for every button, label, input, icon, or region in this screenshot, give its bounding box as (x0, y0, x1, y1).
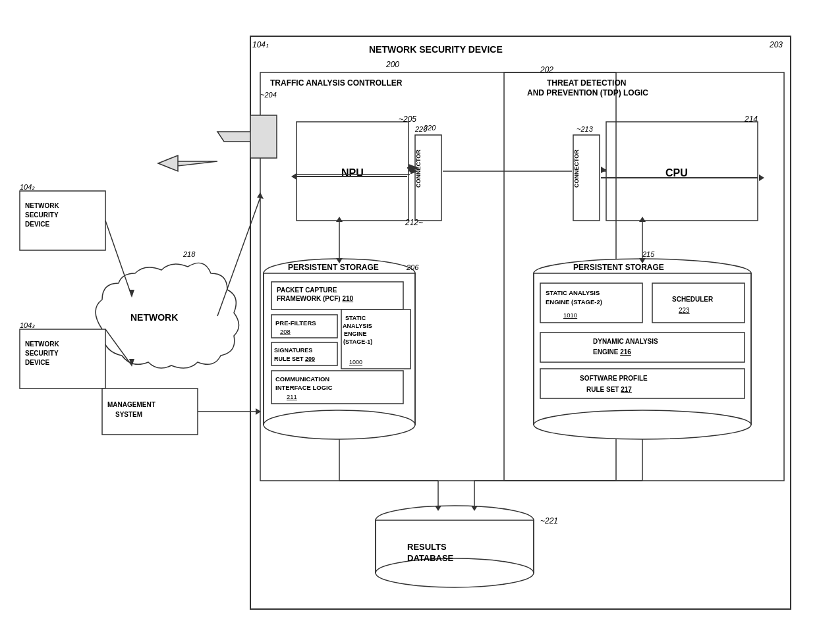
pre-filters-label-2: 208 (280, 328, 291, 335)
connector-right-label: CONNECTOR (573, 149, 580, 188)
persistent-storage-right-label: PERSISTENT STORAGE (573, 263, 664, 272)
ref-221: ~221 (540, 516, 558, 525)
nsd2-label-2: SECURITY (25, 211, 59, 219)
cil-label-2: INTERFACE LOGIC (275, 384, 333, 391)
sae1-ref: 1000 (349, 359, 362, 365)
cil-ref: 211 (287, 393, 297, 400)
results-db-bottom (376, 558, 534, 587)
ref-202: 202 (540, 65, 553, 74)
scheduler-ref: 223 (679, 307, 690, 314)
mgmt-label-2: SYSTEM (115, 411, 142, 418)
network-label: NETWORK (130, 312, 178, 323)
ref-215: 215 (642, 250, 655, 258)
sae1-label-2: ANALYSIS (343, 323, 372, 329)
results-db-label-2: DATABASE (407, 553, 454, 563)
cil-label-1: COMMUNICATION (275, 375, 329, 383)
diagram-container: NETWORK SECURITY DEVICE 104₁ 200 TRAFFIC… (0, 0, 817, 644)
ref-204: ~204 (260, 91, 277, 99)
ref-203: 203 (769, 40, 783, 49)
conn-cpu-arrow (601, 167, 606, 173)
threat-detection-label-2: AND PREVENTION (TDP) LOGIC (527, 88, 648, 97)
ref-220a: 220 (423, 124, 436, 132)
sae2-ref: 1010 (563, 311, 577, 319)
sig-ruleset-label-2: RULE SET 209 (274, 356, 315, 362)
sae1-label-3: ENGINE (344, 331, 367, 337)
sig-ruleset-label-1: SIGNATURES (274, 347, 312, 354)
ref-206: 206 (406, 263, 419, 271)
nsd2-label-3: DEVICE (25, 221, 50, 228)
nsd2-label-1: NETWORK (25, 202, 59, 209)
npu-storage-arrow-up (336, 217, 343, 222)
cpu-label: CPU (665, 167, 688, 178)
pre-filters-label-1: PRE-FILTERS (275, 319, 316, 327)
sprs-label-2: RULE SET 217 (586, 386, 632, 393)
ref-214: 214 (744, 115, 758, 124)
persistent-storage-left-label: PERSISTENT STORAGE (288, 263, 379, 272)
dae-box (540, 333, 745, 362)
storage-right-bottom (534, 410, 751, 439)
storage-left-bottom (264, 410, 415, 439)
ref-104-1: 104₁ (252, 40, 269, 49)
big-arrow-right (217, 115, 277, 158)
ref-104-3: 104₃ (20, 321, 35, 329)
traffic-analysis-label: TRAFFIC ANALYSIS CONTROLLER (270, 78, 403, 88)
ref-205: ~205 (399, 115, 416, 124)
sprs-box (540, 369, 745, 398)
ref-218: 218 (183, 250, 196, 258)
ref-213: ~213 (577, 125, 594, 133)
scheduler-box (652, 283, 745, 323)
main-svg: NETWORK SECURITY DEVICE 104₁ 200 TRAFFIC… (0, 0, 817, 644)
scheduler-label: SCHEDULER (672, 296, 714, 303)
mgmt-label-1: MANAGEMENT (107, 401, 155, 408)
big-arrow-left (158, 155, 217, 171)
sae2-label-1: STATIC ANALYSIS (546, 289, 600, 296)
cpu-conn-arrow (759, 174, 764, 181)
pcf-label-2: FRAMEWORK (PCF) 210 (277, 295, 354, 302)
dae-label-1: DYNAMIC ANALYSIS (593, 338, 658, 345)
nsd3-label-1: NETWORK (25, 340, 59, 348)
ref-212: 212~ (405, 218, 423, 227)
nsd3-label-2: SECURITY (25, 350, 59, 357)
nsd3-label-3: DEVICE (25, 359, 50, 366)
threat-detection-label-1: THREAT DETECTION (547, 78, 626, 88)
network-tc-arrow (257, 192, 264, 199)
pcf-label-1: PACKET CAPTURE (277, 286, 337, 294)
sprs-label-1: SOFTWARE PROFILE (580, 375, 648, 382)
network-tc-line (217, 198, 260, 316)
dae-label-2: ENGINE 216 (593, 348, 631, 356)
conn-npu-arrow (291, 173, 296, 180)
network-security-device-label: NETWORK SECURITY DEVICE (369, 44, 503, 55)
sae1-label-4: (STAGE-1) (343, 338, 372, 345)
cpu-storage-arrow-up (639, 217, 646, 222)
sae1-label-1: STATIC (345, 315, 366, 321)
sae2-label-2: ENGINE (STAGE-2) (546, 298, 602, 306)
results-db-label-1: RESULTS (407, 542, 447, 552)
ref-104-2: 104₂ (20, 183, 35, 191)
ref-200: 200 (385, 60, 399, 69)
